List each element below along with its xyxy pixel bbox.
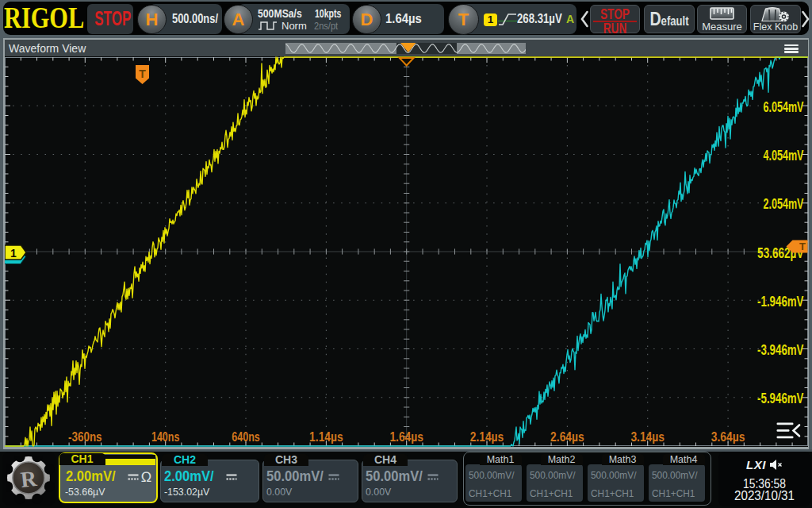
svg-text:R: R (19, 466, 38, 492)
svg-text:-360ns: -360ns (68, 430, 102, 444)
svg-text:4.054mV: 4.054mV (763, 147, 804, 164)
svg-text:3.64µs: 3.64µs (710, 430, 745, 444)
svg-text:-1.946mV: -1.946mV (757, 293, 804, 310)
svg-text:2.054mV: 2.054mV (763, 195, 804, 212)
svg-text:1.64µs: 1.64µs (389, 430, 423, 444)
svg-text:1: 1 (10, 247, 17, 260)
svg-text:2.64µs: 2.64µs (550, 430, 584, 444)
svg-text:2.14µs: 2.14µs (469, 430, 504, 444)
svg-text:-5.946mV: -5.946mV (757, 390, 804, 406)
svg-text:640ns: 640ns (232, 430, 260, 444)
svg-text:T: T (139, 67, 146, 80)
svg-text:140ns: 140ns (151, 430, 179, 444)
svg-text:T: T (799, 241, 806, 252)
svg-text:-3.946mV: -3.946mV (757, 341, 804, 358)
svg-text:6.054mV: 6.054mV (763, 98, 804, 115)
svg-text:3.14µs: 3.14µs (630, 430, 665, 444)
svg-text:1.14µs: 1.14µs (309, 430, 343, 444)
